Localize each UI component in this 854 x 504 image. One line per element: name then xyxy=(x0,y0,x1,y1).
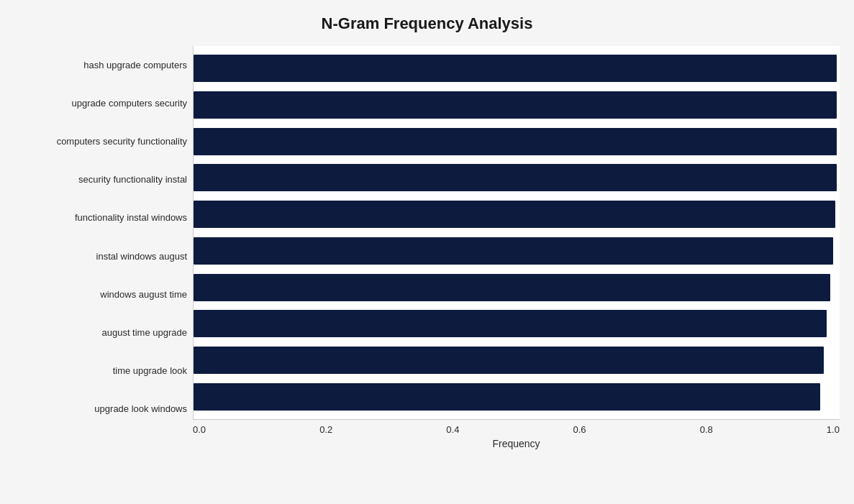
bar-row xyxy=(194,306,840,342)
bar xyxy=(194,55,837,82)
bar-row xyxy=(194,233,840,270)
bar xyxy=(194,164,837,191)
x-tick: 0.6 xyxy=(573,424,586,435)
plot-area: 0.00.20.40.60.81.0 Frequency xyxy=(193,46,840,449)
bar xyxy=(194,383,820,411)
y-label: upgrade computers security xyxy=(72,84,187,122)
y-label: instal windows august xyxy=(96,237,187,275)
bars-wrapper xyxy=(193,46,840,420)
y-label: august time upgrade xyxy=(101,313,187,352)
x-tick: 0.4 xyxy=(446,424,459,435)
x-tick: 0.8 xyxy=(700,424,713,435)
x-tick: 0.0 xyxy=(193,424,206,435)
y-label: computers security functionality xyxy=(57,122,187,160)
y-label: time upgrade look xyxy=(113,352,187,390)
y-label: upgrade look windows xyxy=(94,390,187,428)
x-tick: 0.2 xyxy=(319,424,332,435)
bar xyxy=(194,91,837,119)
x-tick: 1.0 xyxy=(827,424,840,435)
bar-row xyxy=(194,123,840,160)
bar xyxy=(194,201,835,228)
bar xyxy=(194,237,833,265)
x-axis: 0.00.20.40.60.81.0 xyxy=(193,420,840,435)
bar xyxy=(194,128,837,155)
y-label: windows august time xyxy=(100,275,187,313)
y-axis: hash upgrade computersupgrade computers … xyxy=(14,46,193,449)
y-label: hash upgrade computers xyxy=(83,46,187,84)
bar-row xyxy=(194,342,840,379)
y-label: security functionality instal xyxy=(78,160,187,198)
bar xyxy=(194,274,830,301)
chart-area: hash upgrade computersupgrade computers … xyxy=(14,46,840,449)
bar xyxy=(194,310,827,337)
bar xyxy=(194,347,824,374)
bar-row xyxy=(194,160,840,196)
x-axis-label: Frequency xyxy=(193,438,840,449)
chart-container: N-Gram Frequency Analysis hash upgrade c… xyxy=(0,0,854,504)
y-label: functionality instal windows xyxy=(75,198,187,237)
bar-row xyxy=(194,196,840,233)
chart-title: N-Gram Frequency Analysis xyxy=(14,14,840,33)
bar-row xyxy=(194,269,840,306)
bar-row xyxy=(194,378,840,415)
bar-row xyxy=(194,50,840,87)
bar-row xyxy=(194,87,840,124)
